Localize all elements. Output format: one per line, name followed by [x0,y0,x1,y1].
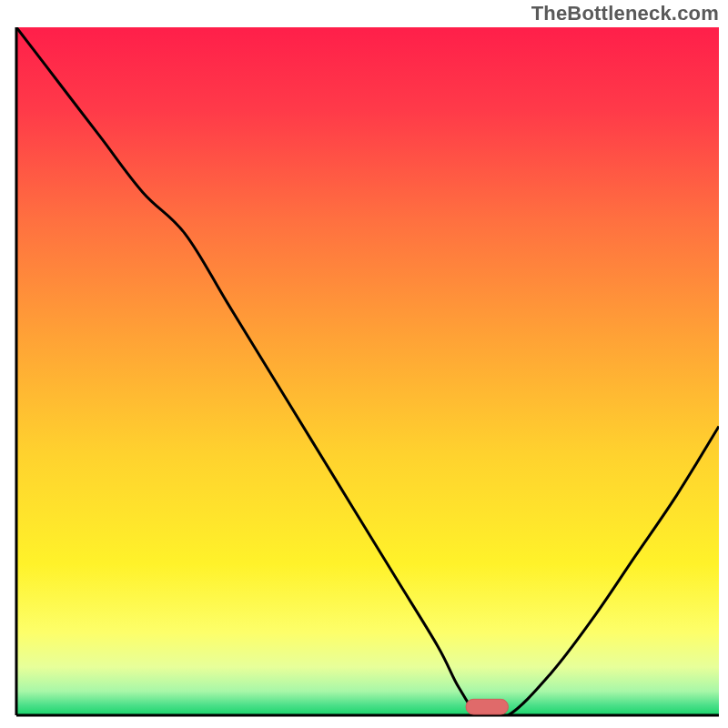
chart-container: TheBottleneck.com [0,0,728,728]
bottleneck-chart [0,0,728,728]
gradient-background [16,27,719,715]
optimal-marker [466,699,508,714]
watermark-text: TheBottleneck.com [531,2,719,25]
